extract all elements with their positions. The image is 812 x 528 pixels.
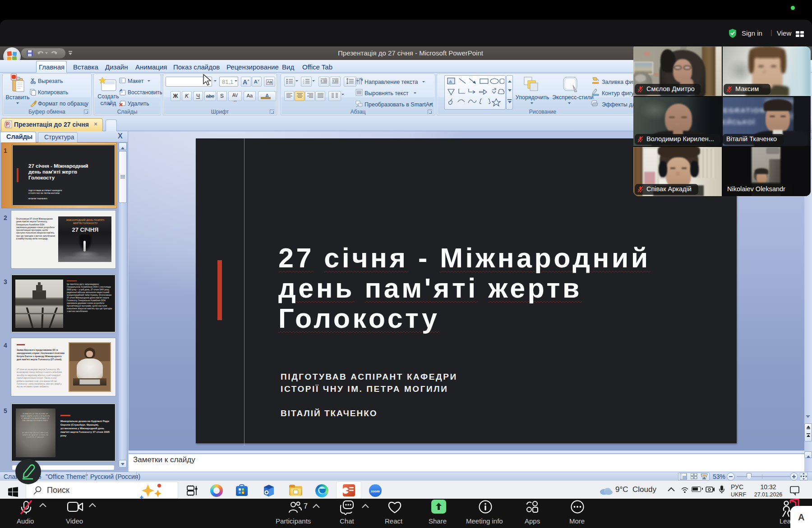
svg-text:3: 3 xyxy=(303,82,304,84)
svg-text:P: P xyxy=(6,122,9,127)
